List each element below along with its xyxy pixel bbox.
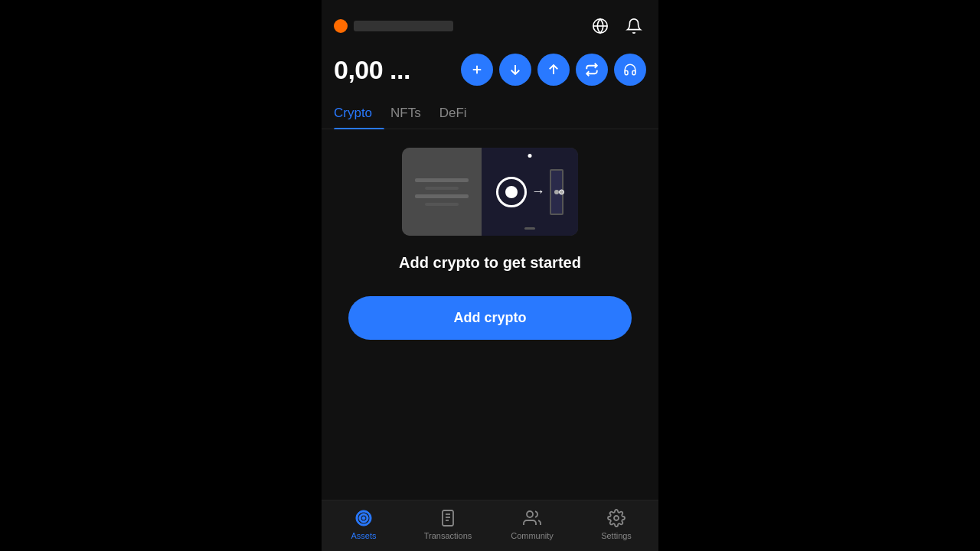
tab-defi[interactable]: DeFi — [439, 98, 479, 129]
swap-button[interactable] — [576, 54, 608, 86]
svg-point-6 — [362, 517, 365, 520]
assets-label: Assets — [351, 531, 376, 540]
balance-amount: 0,00 ... — [334, 55, 410, 85]
action-buttons — [461, 54, 646, 86]
svg-rect-7 — [443, 510, 453, 526]
transactions-label: Transactions — [424, 531, 472, 540]
nav-item-transactions[interactable]: Transactions — [406, 508, 490, 540]
header-left — [334, 19, 453, 33]
settings-icon — [606, 508, 626, 528]
header — [322, 8, 658, 46]
settings-label: Settings — [601, 531, 632, 540]
header-right — [588, 14, 646, 38]
send-button[interactable] — [537, 54, 570, 86]
svg-point-12 — [614, 516, 619, 520]
wallet-avatar — [334, 19, 348, 33]
community-label: Community — [511, 531, 554, 540]
add-crypto-button[interactable]: Add crypto — [348, 296, 632, 340]
main-content: → Add crypto to get started Add crypto — [322, 129, 658, 500]
tab-nfts[interactable]: NFTs — [390, 98, 433, 129]
transactions-icon — [438, 508, 458, 528]
bottom-nav: Assets Transactions — [322, 500, 658, 551]
empty-state-title: Add crypto to get started — [399, 254, 581, 272]
nav-item-assets[interactable]: Assets — [322, 508, 406, 540]
nav-item-community[interactable]: Community — [490, 508, 574, 540]
add-button[interactable] — [461, 54, 493, 86]
assets-icon — [354, 508, 374, 528]
balance-row: 0,00 ... — [322, 46, 658, 98]
status-bar — [322, 0, 658, 8]
tabs: Crypto NFTs DeFi — [322, 98, 658, 129]
svg-point-11 — [527, 511, 533, 517]
bell-button[interactable] — [622, 14, 646, 38]
community-icon — [522, 508, 542, 528]
receive-button[interactable] — [499, 54, 531, 86]
globe-button[interactable] — [588, 14, 612, 38]
tab-crypto[interactable]: Crypto — [334, 98, 384, 129]
more-button[interactable] — [614, 54, 646, 86]
empty-state-illustration: → — [402, 148, 578, 236]
nav-item-settings[interactable]: Settings — [574, 508, 658, 540]
wallet-name-bar — [354, 21, 453, 31]
phone-frame: 0,00 ... — [322, 0, 658, 551]
